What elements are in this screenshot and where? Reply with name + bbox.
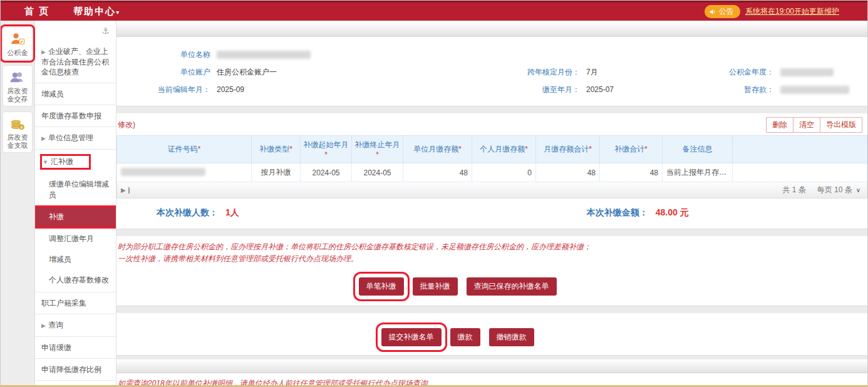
sidebar-item-apply-deferral[interactable]: 申请缓缴: [35, 337, 116, 359]
sidebar-item-adjust-month[interactable]: 调整汇缴年月: [35, 229, 116, 249]
sidebar-item-label: 年度缴存基数申报: [41, 111, 101, 120]
amount-value: 48.00 元: [656, 207, 689, 219]
unit-amt-cell[interactable]: 48: [403, 163, 472, 182]
people-icon: [9, 70, 26, 86]
col-header-month-total[interactable]: 月缴存额合计*: [536, 136, 600, 163]
unit-account-label: 单位账户: [116, 67, 210, 78]
deposit-redacted-value: [780, 86, 849, 94]
pager-total-label: 共 1 条: [782, 185, 805, 195]
fund-year-redacted-value: [780, 68, 834, 76]
rail-item-label: 房改资金交存: [4, 87, 31, 103]
rail-item-housing-withdraw[interactable]: ¥ 房改资金支取: [3, 111, 33, 153]
col-header-end[interactable]: 补缴终止年月*: [352, 136, 403, 163]
sidebar-item-deferred-edit[interactable]: 缓缴单位编辑增减员: [35, 174, 116, 205]
rail-item-label: 房改资金支取: [4, 133, 31, 150]
col-header-remark[interactable]: 备注信息: [663, 136, 733, 163]
rail-item-label: 公积金: [4, 49, 31, 57]
col-header-unit-amt[interactable]: 单位月缴存额*: [403, 136, 472, 163]
submit-actions-panel: 提交补缴名单 缴款 撤销缴款: [116, 313, 867, 356]
rail-item-fund[interactable]: 公积金: [3, 27, 33, 60]
pager-next-last-icons[interactable]: ▶❙: [121, 187, 132, 194]
col-header-type[interactable]: 补缴类型*: [252, 136, 301, 163]
sidebar-item-enterprise-check[interactable]: ▶企业破产、企业上市合法合规住房公积金信息核查: [35, 41, 116, 83]
cross-year-value: 7月: [586, 67, 598, 78]
grid-toolbar: 删除 清空 导出模版: [767, 117, 862, 133]
sidebar-item-label: 调整汇缴年月: [49, 234, 94, 243]
anchor-collapse-icon[interactable]: ⚓: [101, 26, 110, 36]
sidebar-item-bujiao-active[interactable]: 补缴: [35, 207, 116, 227]
unit-name-redacted-value: [217, 51, 311, 59]
cert-redacted-value: [121, 168, 205, 176]
sidebar-item-label: 企业破产、企业上市合法合规住房公积金信息核查: [41, 47, 109, 76]
bujiao-table: 证件号码* 补缴类型* 补缴起始年月* 补缴终止年月* 单位月缴存额* 个人月缴…: [116, 135, 867, 182]
sidebar-item-label: 个人缴存基数修改: [49, 276, 109, 284]
single-bujiao-button[interactable]: 单笔补缴: [359, 277, 404, 296]
sidebar-item-apply-lower-ratio[interactable]: 申请降低缴存比例: [35, 359, 116, 381]
sidebar-item-label: 汇补缴: [51, 157, 73, 166]
nav-help-label: 帮助中心: [73, 6, 116, 16]
pay-button[interactable]: 缴款: [450, 328, 480, 346]
coins-icon: ¥: [9, 116, 26, 132]
panel-caption-bar: [116, 359, 867, 373]
sidebar-item-add-remove[interactable]: 增减员: [35, 83, 116, 105]
type-cell[interactable]: 按月补缴: [252, 163, 301, 182]
amount-label: 本次补缴金额：: [587, 207, 648, 219]
sidebar-item-unit-info[interactable]: ▶单位信息管理: [35, 127, 116, 150]
batch-bujiao-button[interactable]: 批量补缴: [413, 277, 458, 296]
sidebar-item-huibujiao[interactable]: ▼汇补缴: [35, 150, 116, 174]
submit-bujiao-list-button[interactable]: 提交补缴名单: [381, 328, 442, 346]
delete-button[interactable]: 删除: [766, 117, 793, 133]
cross-year-label: 跨年核定月份：: [505, 67, 580, 78]
chevron-down-icon: ▼: [43, 159, 48, 165]
count-label: 本次补缴人数：: [157, 207, 218, 219]
sidebar-item-label: 申请缓缴: [41, 343, 71, 352]
chevron-down-icon: ∨: [856, 187, 860, 194]
total-cell[interactable]: 48: [600, 163, 663, 182]
count-value: 1人: [225, 207, 239, 219]
left-icon-rail: 公积金 房改资金交存: [1, 21, 35, 385]
sidebar-item-personal-base[interactable]: 个人缴存基数修改: [35, 270, 116, 292]
col-header-start[interactable]: 补缴起始年月*: [301, 136, 352, 163]
page-root: 首 页 帮助中心▾ 公告 系统将在19:00开始更新维护 公积金: [0, 0, 868, 387]
nav-home[interactable]: 首 页: [24, 6, 49, 18]
speaker-icon: [709, 8, 716, 16]
deposit-label: 暂存款：: [711, 85, 774, 95]
chevron-down-icon: ▾: [116, 9, 119, 16]
sidebar-item-label: 增减员: [41, 90, 64, 98]
sidebar-item-hukou-collect[interactable]: 职工户籍采集: [35, 292, 116, 314]
nav-help-center[interactable]: 帮助中心▾: [73, 6, 119, 18]
sidebar-item-label: 增减员: [49, 255, 71, 264]
panel-caption-bar: [116, 21, 867, 37]
personal-amt-cell[interactable]: 0: [472, 163, 536, 182]
sidebar-item-annual-base[interactable]: 年度缴存基数申报: [35, 105, 116, 127]
clear-button[interactable]: 清空: [793, 117, 820, 133]
rail-item-housing-deposit[interactable]: 房改资金交存: [3, 65, 33, 106]
table-row[interactable]: 按月补缴 2024-05 2024-05 48 0 48 48 当前上报年月存…: [117, 163, 867, 182]
cert-cell[interactable]: [117, 163, 252, 182]
col-header-total[interactable]: 补缴合计*: [600, 136, 663, 163]
svg-text:¥: ¥: [21, 125, 23, 130]
month-total-cell[interactable]: 48: [536, 163, 600, 182]
paid-to-label: 缴至年月：: [505, 85, 580, 95]
cancel-pay-button[interactable]: 撤销缴款: [489, 328, 534, 346]
col-header-personal-amt[interactable]: 个人月缴存额*: [472, 136, 536, 163]
sidebar-item-label: 职工户籍采集: [41, 299, 86, 307]
page-size-select[interactable]: 每页 10 条∨: [817, 185, 860, 195]
query-saved-list-button[interactable]: 查询已保存的补缴名单: [467, 277, 557, 296]
notes-actions-panel: 时为部分职工缴存住房公积金的，应办理按月补缴；单位将职工的住房公积金缴存基数核定…: [116, 236, 867, 306]
announcement-badge-label: 公告: [719, 6, 734, 17]
summary-row: 本次补缴人数： 1人 本次补缴金额： 48.00 元: [116, 199, 867, 229]
sidebar-item-label: 单位信息管理: [48, 133, 93, 142]
export-template-button[interactable]: 导出模版: [820, 117, 862, 133]
sidebar-item-add-remove-sub[interactable]: 增减员: [35, 249, 116, 270]
col-header-cert[interactable]: 证件号码*: [117, 136, 252, 163]
remark-cell[interactable]: 当前上报年月存…: [663, 163, 733, 182]
maintenance-notice-link[interactable]: 系统将在19:00开始更新维护: [745, 6, 839, 17]
chevron-right-icon: ▶: [41, 49, 46, 55]
fund-person-edit-icon: [9, 31, 26, 48]
sidebar-item-query[interactable]: ▶查询: [35, 314, 116, 337]
filler-cell: [733, 163, 867, 182]
start-cell[interactable]: 2024-05: [301, 163, 352, 182]
end-cell[interactable]: 2024-05: [352, 163, 403, 182]
sidebar-item-label: 查询: [48, 321, 63, 329]
